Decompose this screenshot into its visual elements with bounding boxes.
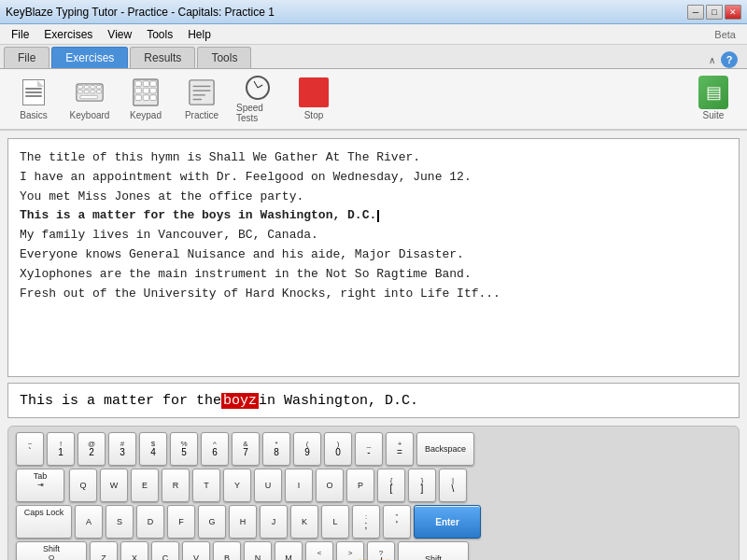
key-shift-right[interactable]: ShiftO: [398, 541, 469, 560]
key-slash[interactable]: ?/: [367, 541, 395, 560]
key-i[interactable]: I: [285, 469, 313, 502]
title-bar-buttons: ─ □ ✕: [687, 5, 741, 20]
main-content: The title of this hymn is Shall We Gathe…: [0, 131, 747, 426]
key-q[interactable]: Q: [69, 469, 97, 502]
key-backtick[interactable]: ~`: [16, 432, 44, 466]
basics-icon: [19, 77, 49, 107]
key-0[interactable]: )0: [324, 432, 352, 466]
toolbar: Basics Keyboard: [0, 69, 747, 131]
minimize-button[interactable]: ─: [687, 5, 704, 20]
key-semicolon[interactable]: :;: [352, 505, 380, 539]
key-7[interactable]: &7: [232, 432, 260, 466]
svg-rect-12: [143, 81, 149, 87]
key-comma[interactable]: <,: [305, 541, 333, 560]
speed-tests-button[interactable]: Speed Tests: [232, 72, 284, 126]
suite-button[interactable]: ▤ Suite: [687, 72, 740, 126]
key-f[interactable]: F: [167, 505, 195, 539]
collapse-icon[interactable]: ∧: [709, 55, 715, 65]
key-s[interactable]: S: [106, 505, 134, 539]
menu-tools[interactable]: Tools: [139, 26, 180, 43]
key-quote[interactable]: "': [383, 505, 411, 539]
key-lbracket[interactable]: {[: [377, 469, 405, 502]
key-2[interactable]: @2: [78, 432, 106, 466]
key-backslash[interactable]: |\: [439, 469, 467, 502]
key-y[interactable]: Y: [223, 469, 251, 502]
tab-file[interactable]: File: [4, 47, 49, 68]
key-h[interactable]: H: [229, 505, 257, 539]
keyboard-row-qwerty: Tab⇥ Q W E R T Y U I O P {[ }] |\: [16, 469, 731, 502]
key-minus[interactable]: _-: [355, 432, 383, 466]
practice-line-7: Fresh out of the University of Hard Knoc…: [20, 285, 727, 304]
key-v[interactable]: V: [182, 541, 210, 560]
current-line-after: in Washington, D.C.: [259, 393, 418, 409]
basics-button[interactable]: Basics: [7, 72, 60, 126]
key-backspace[interactable]: Backspace: [416, 432, 474, 466]
maximize-button[interactable]: □: [706, 5, 723, 20]
practice-label: Practice: [185, 110, 218, 120]
key-e[interactable]: E: [131, 469, 159, 502]
key-5[interactable]: %5: [170, 432, 198, 466]
key-w[interactable]: W: [100, 469, 128, 502]
key-b[interactable]: B: [213, 541, 241, 560]
beta-label: Beta: [714, 29, 743, 40]
key-k[interactable]: K: [290, 505, 318, 539]
tab-right-controls: ∧ ?: [709, 51, 743, 68]
help-button[interactable]: ?: [721, 51, 738, 68]
svg-rect-16: [150, 88, 157, 93]
key-shift-left[interactable]: ShiftO: [16, 541, 87, 560]
key-4[interactable]: $4: [139, 432, 167, 466]
key-o[interactable]: O: [316, 469, 344, 502]
tab-exercises[interactable]: Exercises: [51, 47, 128, 68]
key-z[interactable]: Z: [90, 541, 118, 560]
tab-results[interactable]: Results: [130, 47, 195, 68]
stop-label: Stop: [304, 110, 324, 120]
key-n[interactable]: N: [244, 541, 272, 560]
key-x[interactable]: X: [120, 541, 148, 560]
key-6[interactable]: ^6: [201, 432, 229, 466]
key-a[interactable]: A: [75, 505, 103, 539]
key-u[interactable]: U: [254, 469, 282, 502]
keyboard-display: ~` !1 @2 #3 $4 %5 ^6 &7 *8 (9 )0 _- += B…: [7, 426, 740, 560]
close-button[interactable]: ✕: [725, 5, 741, 20]
key-tab[interactable]: Tab⇥: [16, 469, 64, 502]
key-t[interactable]: T: [192, 469, 220, 502]
keyboard-button[interactable]: Keyboard: [63, 72, 116, 126]
menu-view[interactable]: View: [100, 26, 139, 43]
key-equals[interactable]: +=: [386, 432, 414, 466]
svg-rect-6: [84, 91, 89, 93]
menu-help[interactable]: Help: [180, 26, 218, 43]
tab-tools[interactable]: Tools: [197, 47, 251, 68]
keypad-button[interactable]: Keypad: [120, 72, 172, 126]
key-period[interactable]: >.: [336, 541, 364, 560]
keypad-label: Keypad: [130, 110, 162, 120]
menu-exercises[interactable]: Exercises: [36, 26, 100, 43]
key-l[interactable]: L: [321, 505, 349, 539]
svg-rect-17: [135, 95, 142, 101]
key-8[interactable]: *8: [262, 432, 290, 466]
practice-line-6: Xylophones are the main instrument in th…: [20, 265, 727, 285]
key-r[interactable]: R: [162, 469, 190, 502]
key-g[interactable]: G: [198, 505, 226, 539]
key-rbracket[interactable]: }]: [408, 469, 436, 502]
key-capslock[interactable]: Caps Lock: [16, 505, 72, 539]
svg-rect-15: [143, 88, 149, 93]
key-3[interactable]: #3: [108, 432, 136, 466]
key-p[interactable]: P: [346, 469, 374, 502]
current-line-error: boyz: [221, 393, 259, 409]
practice-button[interactable]: Practice: [176, 72, 228, 126]
key-enter[interactable]: Enter: [414, 505, 481, 539]
key-9[interactable]: (9: [293, 432, 321, 466]
svg-rect-4: [97, 86, 102, 89]
svg-rect-3: [91, 86, 95, 89]
tab-bar: File Exercises Results Tools ∧ ?: [0, 45, 747, 69]
key-c[interactable]: C: [151, 541, 179, 560]
menu-file[interactable]: File: [4, 26, 36, 43]
svg-rect-7: [91, 91, 95, 93]
svg-rect-5: [78, 91, 83, 93]
speed-tests-icon: [243, 76, 273, 100]
stop-button[interactable]: Stop: [288, 72, 340, 126]
key-j[interactable]: J: [260, 505, 288, 539]
key-m[interactable]: M: [275, 541, 303, 560]
key-d[interactable]: D: [136, 505, 164, 539]
key-1[interactable]: !1: [47, 432, 75, 466]
